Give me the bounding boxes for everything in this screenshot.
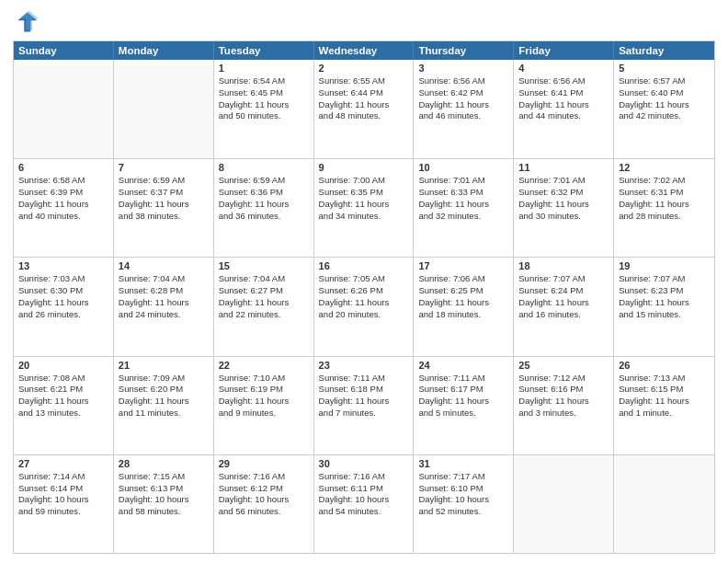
calendar: SundayMondayTuesdayWednesdayThursdayFrid… [13, 40, 715, 554]
cell-info-line: Daylight: 11 hours [119, 396, 209, 408]
cell-info-line: Sunset: 6:12 PM [219, 483, 309, 495]
cell-info-line: and 59 minutes. [18, 506, 108, 518]
cell-info-line: and 38 minutes. [119, 211, 209, 223]
cell-info-line: Daylight: 11 hours [119, 199, 209, 211]
header-day-thursday: Thursday [414, 41, 514, 60]
cell-info-line: Sunset: 6:45 PM [219, 87, 309, 99]
day-cell-4: 4Sunrise: 6:56 AMSunset: 6:41 PMDaylight… [514, 60, 614, 158]
cell-info-line: Sunset: 6:19 PM [219, 384, 309, 396]
day-number: 13 [18, 260, 108, 271]
day-cell-25: 25Sunrise: 7:12 AMSunset: 6:16 PMDayligh… [514, 357, 614, 454]
cell-info-line: Sunrise: 7:01 AM [418, 175, 508, 187]
cell-info-line: Sunrise: 7:11 AM [418, 373, 508, 385]
cell-info-line: and 58 minutes. [119, 506, 209, 518]
logo [13, 9, 42, 35]
empty-cell [514, 455, 614, 553]
cell-info-line: Daylight: 10 hours [119, 494, 209, 506]
day-cell-28: 28Sunrise: 7:15 AMSunset: 6:13 PMDayligh… [114, 455, 214, 553]
day-cell-21: 21Sunrise: 7:09 AMSunset: 6:20 PMDayligh… [114, 357, 214, 454]
day-cell-18: 18Sunrise: 7:07 AMSunset: 6:24 PMDayligh… [514, 258, 614, 355]
header-day-friday: Friday [514, 41, 614, 60]
cell-info-line: Sunset: 6:11 PM [319, 483, 409, 495]
cell-info-line: Sunset: 6:16 PM [518, 384, 609, 396]
cell-info-line: and 9 minutes. [219, 408, 309, 419]
cell-info-line: and 40 minutes. [18, 211, 108, 223]
header-day-wednesday: Wednesday [314, 41, 415, 60]
day-number: 24 [418, 360, 508, 371]
day-number: 27 [18, 458, 108, 469]
cell-info-line: Sunrise: 7:02 AM [619, 175, 710, 187]
cell-info-line: and 42 minutes. [619, 110, 710, 122]
calendar-week-1: 1Sunrise: 6:54 AMSunset: 6:45 PMDaylight… [14, 60, 714, 158]
cell-info-line: Sunrise: 7:12 AM [518, 373, 609, 385]
cell-info-line: and 34 minutes. [319, 211, 409, 223]
cell-info-line: and 48 minutes. [319, 110, 409, 122]
cell-info-line: Daylight: 11 hours [219, 99, 309, 111]
day-cell-24: 24Sunrise: 7:11 AMSunset: 6:17 PMDayligh… [414, 357, 514, 454]
day-number: 26 [619, 360, 710, 371]
cell-info-line: Daylight: 11 hours [518, 396, 609, 408]
cell-info-line: and 13 minutes. [18, 408, 108, 419]
day-number: 3 [418, 63, 508, 74]
cell-info-line: Sunset: 6:32 PM [518, 187, 609, 199]
cell-info-line: Sunrise: 7:00 AM [319, 175, 409, 187]
cell-info-line: Sunrise: 7:04 AM [219, 273, 309, 285]
cell-info-line: and 44 minutes. [518, 110, 609, 122]
cell-info-line: Sunset: 6:30 PM [18, 285, 108, 297]
day-number: 1 [219, 63, 309, 74]
day-cell-15: 15Sunrise: 7:04 AMSunset: 6:27 PMDayligh… [214, 258, 314, 355]
cell-info-line: Daylight: 10 hours [18, 494, 108, 506]
day-cell-7: 7Sunrise: 6:59 AMSunset: 6:37 PMDaylight… [114, 159, 214, 257]
cell-info-line: and 7 minutes. [319, 408, 409, 419]
day-cell-16: 16Sunrise: 7:05 AMSunset: 6:26 PMDayligh… [314, 258, 415, 355]
day-cell-3: 3Sunrise: 6:56 AMSunset: 6:42 PMDaylight… [414, 60, 514, 158]
calendar-week-4: 20Sunrise: 7:08 AMSunset: 6:21 PMDayligh… [14, 356, 714, 454]
day-cell-22: 22Sunrise: 7:10 AMSunset: 6:19 PMDayligh… [214, 357, 314, 454]
cell-info-line: and 28 minutes. [619, 211, 710, 223]
cell-info-line: Sunrise: 6:59 AM [119, 175, 209, 187]
day-cell-8: 8Sunrise: 6:59 AMSunset: 6:36 PMDaylight… [214, 159, 314, 257]
cell-info-line: Sunset: 6:27 PM [219, 285, 309, 297]
cell-info-line: Sunset: 6:24 PM [518, 285, 609, 297]
day-number: 4 [518, 63, 609, 74]
day-number: 22 [219, 360, 309, 371]
cell-info-line: and 50 minutes. [219, 110, 309, 122]
cell-info-line: Daylight: 11 hours [319, 99, 409, 111]
cell-info-line: Sunrise: 6:56 AM [418, 75, 508, 87]
cell-info-line: Sunrise: 7:01 AM [518, 175, 609, 187]
day-cell-6: 6Sunrise: 6:58 AMSunset: 6:39 PMDaylight… [14, 159, 114, 257]
cell-info-line: Sunrise: 7:04 AM [119, 273, 209, 285]
day-number: 2 [319, 63, 409, 74]
cell-info-line: Sunrise: 7:16 AM [319, 471, 409, 483]
day-number: 31 [418, 458, 508, 469]
day-number: 30 [319, 458, 409, 469]
day-number: 11 [518, 162, 609, 173]
day-cell-19: 19Sunrise: 7:07 AMSunset: 6:23 PMDayligh… [614, 258, 714, 355]
cell-info-line: Sunrise: 7:03 AM [18, 273, 108, 285]
cell-info-line: Sunset: 6:31 PM [619, 187, 710, 199]
cell-info-line: Sunset: 6:10 PM [418, 483, 508, 495]
cell-info-line: Sunrise: 6:58 AM [18, 175, 108, 187]
day-number: 21 [119, 360, 209, 371]
cell-info-line: Sunset: 6:33 PM [418, 187, 508, 199]
day-number: 14 [119, 260, 209, 271]
cell-info-line: Sunset: 6:15 PM [619, 384, 710, 396]
day-cell-14: 14Sunrise: 7:04 AMSunset: 6:28 PMDayligh… [114, 258, 214, 355]
day-cell-30: 30Sunrise: 7:16 AMSunset: 6:11 PMDayligh… [314, 455, 415, 553]
header-day-tuesday: Tuesday [214, 41, 314, 60]
cell-info-line: Sunset: 6:37 PM [119, 187, 209, 199]
cell-info-line: Sunset: 6:42 PM [418, 87, 508, 99]
day-number: 17 [418, 260, 508, 271]
cell-info-line: Sunset: 6:41 PM [518, 87, 609, 99]
day-number: 12 [619, 162, 710, 173]
cell-info-line: Daylight: 10 hours [418, 494, 508, 506]
cell-info-line: Daylight: 11 hours [619, 396, 710, 408]
cell-info-line: Sunset: 6:17 PM [418, 384, 508, 396]
day-cell-13: 13Sunrise: 7:03 AMSunset: 6:30 PMDayligh… [14, 258, 114, 355]
logo-icon [13, 9, 39, 35]
cell-info-line: Sunrise: 7:14 AM [18, 471, 108, 483]
cell-info-line: Sunset: 6:39 PM [18, 187, 108, 199]
cell-info-line: Daylight: 11 hours [319, 396, 409, 408]
cell-info-line: Sunrise: 7:07 AM [619, 273, 710, 285]
cell-info-line: and 22 minutes. [219, 309, 309, 321]
